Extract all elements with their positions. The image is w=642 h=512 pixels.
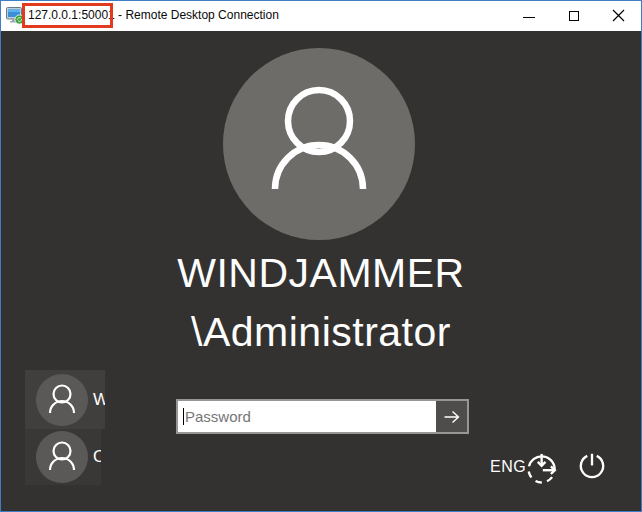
close-icon <box>612 9 625 22</box>
submit-password-button[interactable] <box>436 401 467 432</box>
user-tile-label: W <box>93 370 105 429</box>
avatar <box>36 374 88 426</box>
account-name: \Administrator <box>1 303 641 362</box>
domain-name: WINDJAMMER <box>1 244 641 303</box>
signed-in-user: WINDJAMMER \Administrator <box>1 244 641 362</box>
avatar <box>223 48 415 240</box>
avatar <box>36 431 88 483</box>
password-field-group <box>176 399 469 434</box>
maximize-icon <box>569 11 579 21</box>
window-controls <box>506 1 641 30</box>
user-tile-label: O <box>93 429 101 485</box>
minimize-button[interactable] <box>506 1 551 30</box>
window-title: 127.0.0.1:50001 - Remote Desktop Connect… <box>28 1 279 30</box>
maximize-button[interactable] <box>551 1 596 30</box>
power-button[interactable] <box>575 450 609 484</box>
person-icon <box>36 431 88 483</box>
login-screen: WINDJAMMER \Administrator W <box>1 31 641 511</box>
titlebar[interactable]: 127.0.0.1:50001 - Remote Desktop Connect… <box>1 1 641 31</box>
close-button[interactable] <box>596 1 641 30</box>
ease-of-access-icon <box>525 448 563 486</box>
rdp-window: 127.0.0.1:50001 - Remote Desktop Connect… <box>0 0 642 512</box>
power-icon <box>575 450 609 484</box>
password-input[interactable] <box>178 401 436 432</box>
ease-of-access-button[interactable] <box>525 448 563 486</box>
rdp-connection-icon <box>6 7 25 25</box>
person-icon <box>36 374 88 426</box>
minimize-icon <box>523 17 535 18</box>
text-caret <box>183 408 184 425</box>
person-icon <box>223 48 415 240</box>
arrow-right-icon <box>443 410 461 424</box>
user-tile-selected[interactable]: W <box>25 370 105 429</box>
user-tile-other[interactable]: O <box>25 429 101 485</box>
